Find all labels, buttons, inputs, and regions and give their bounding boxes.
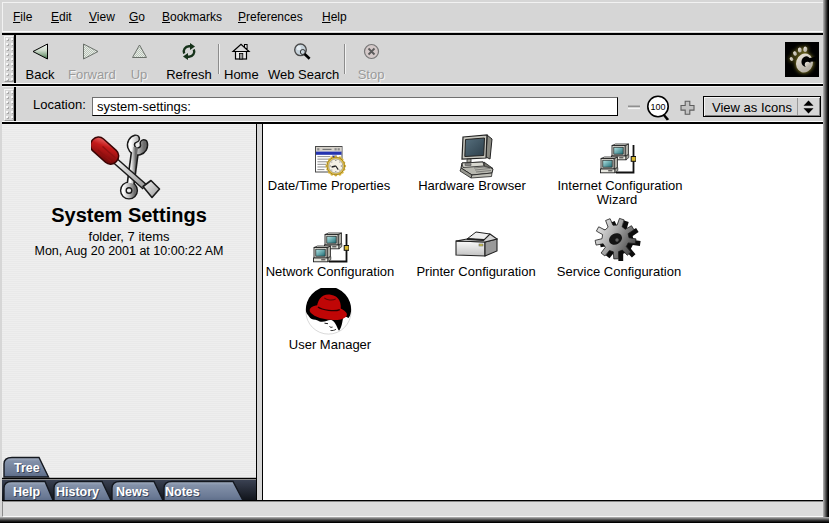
- svg-text:News: News: [116, 485, 149, 499]
- svg-text:Help: Help: [13, 485, 40, 499]
- svg-text:Notes: Notes: [165, 485, 200, 499]
- svg-text:Tree: Tree: [14, 461, 40, 475]
- svg-text:History: History: [56, 485, 99, 499]
- svg-text:100: 100: [650, 102, 665, 112]
